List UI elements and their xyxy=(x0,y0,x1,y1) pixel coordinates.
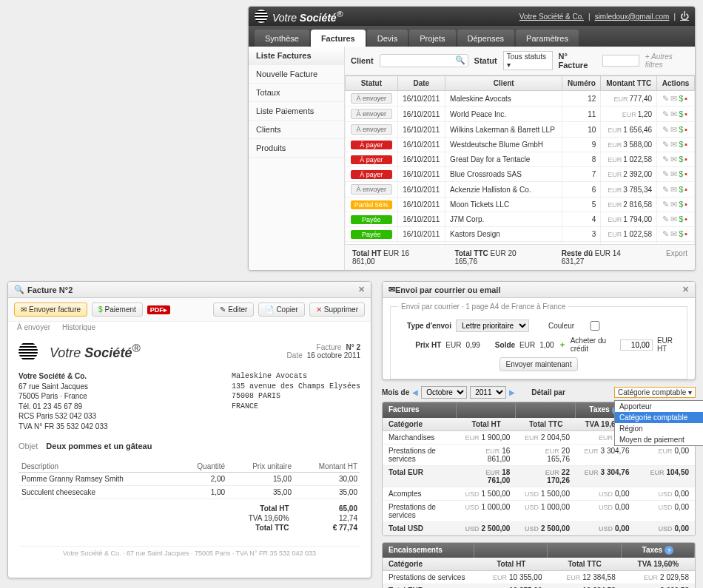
pay-icon[interactable]: $ xyxy=(679,169,683,178)
edit-icon[interactable]: ✎ xyxy=(662,169,669,178)
dropdown-option[interactable]: Catégorie comptable xyxy=(615,412,703,423)
dropdown-option[interactable]: Moyen de paiement xyxy=(615,434,703,445)
delete-icon[interactable]: ▪ xyxy=(684,125,687,134)
subtab-history[interactable]: Historique xyxy=(62,323,95,331)
pay-icon[interactable]: $ xyxy=(679,140,683,149)
mail-icon[interactable]: ✉ xyxy=(670,109,677,118)
year-select[interactable]: 2011 xyxy=(470,386,506,399)
pay-icon[interactable]: $ xyxy=(679,185,683,194)
search-icon[interactable]: 🔍 xyxy=(455,55,465,65)
table-row[interactable]: Partiel 56%16/10/2011Moon Tickets LLC5EU… xyxy=(346,197,695,212)
delete-icon[interactable]: ▪ xyxy=(684,94,687,103)
edit-icon[interactable]: ✎ xyxy=(662,200,669,209)
extra-filters-link[interactable]: + Autres filtres xyxy=(645,53,689,69)
pay-icon[interactable]: $ xyxy=(679,200,683,209)
pay-icon[interactable]: $ xyxy=(679,109,683,118)
mail-icon[interactable]: ✉ xyxy=(670,185,677,194)
mail-icon[interactable]: ✉ xyxy=(670,229,677,238)
edit-icon[interactable]: ✎ xyxy=(662,185,669,194)
info-icon[interactable]: ? xyxy=(665,546,673,555)
table-row[interactable]: À envoyer16/10/2011Maleskine Avocats12EU… xyxy=(346,91,695,107)
prev-month-icon[interactable]: ◀ xyxy=(412,388,418,396)
pay-icon[interactable]: $ xyxy=(679,214,683,223)
table-row[interactable]: À payer16/10/2011Westdeutsche Blume GmbH… xyxy=(346,138,695,152)
statut-select[interactable]: Tous statuts ▾ xyxy=(503,51,553,70)
buy-credit-input[interactable] xyxy=(620,339,653,351)
detail-dropdown-list[interactable]: ApporteurCatégorie comptableRégionMoyen … xyxy=(614,400,703,446)
edit-button[interactable]: ✎ Editer xyxy=(213,303,254,317)
pay-icon[interactable]: $ xyxy=(679,125,683,134)
subtab-send[interactable]: À envoyer xyxy=(17,323,50,331)
tab-dépenses[interactable]: Dépenses xyxy=(457,30,515,47)
mail-icon[interactable]: ✉ xyxy=(670,140,677,149)
month-select[interactable]: Octobre xyxy=(421,386,467,399)
close-icon[interactable]: ✕ xyxy=(682,285,689,294)
send-now-button[interactable]: Envoyer maintenant xyxy=(500,357,579,371)
delete-icon[interactable]: ▪ xyxy=(684,169,687,178)
sidebar-item[interactable]: Liste Factures xyxy=(249,47,344,65)
column-header[interactable]: Date xyxy=(397,76,445,91)
export-link[interactable]: Export xyxy=(666,249,687,266)
edit-icon[interactable]: ✎ xyxy=(662,140,669,149)
user-email[interactable]: simledoux@gmail.com xyxy=(595,13,670,21)
edit-icon[interactable]: ✎ xyxy=(662,155,669,163)
dropdown-option[interactable]: Région xyxy=(615,423,703,434)
mail-icon[interactable]: ✉ xyxy=(670,94,677,103)
mail-icon[interactable]: ✉ xyxy=(670,214,677,223)
tab-devis[interactable]: Devis xyxy=(367,30,408,47)
delete-icon[interactable]: ▪ xyxy=(684,109,687,118)
column-header[interactable]: Client xyxy=(445,76,562,91)
mail-type-select[interactable]: Lettre prioritaire xyxy=(456,320,529,332)
delete-icon[interactable]: ▪ xyxy=(684,200,687,209)
tab-paramètres[interactable]: Paramètres xyxy=(516,30,579,47)
mail-icon[interactable]: ✉ xyxy=(670,200,677,209)
sidebar-item[interactable]: Clients xyxy=(249,121,344,139)
table-row[interactable]: Payée16/10/2011J7M Corp.4EUR1 794,00✎✉$▪ xyxy=(346,212,695,227)
power-icon[interactable]: ⏻ xyxy=(680,11,689,21)
edit-icon[interactable]: ✎ xyxy=(662,229,669,238)
column-header[interactable]: Numéro xyxy=(562,76,601,91)
mail-icon[interactable]: ✉ xyxy=(670,169,677,178)
mail-icon[interactable]: ✉ xyxy=(670,155,677,163)
edit-icon[interactable]: ✎ xyxy=(662,125,669,134)
payment-button[interactable]: $ Paiement xyxy=(92,303,143,317)
delete-icon[interactable]: ▪ xyxy=(684,214,687,223)
close-icon[interactable]: ✕ xyxy=(358,285,365,294)
table-row[interactable]: À payer16/10/2011Blue Crossroads SAS7EUR… xyxy=(346,167,695,182)
delete-button[interactable]: ✕ Supprimer xyxy=(309,303,365,317)
table-row[interactable]: Payée16/10/2011Kastors Design3EUR1 022,5… xyxy=(346,227,695,242)
table-row[interactable]: À envoyer16/10/2011Ackenzie Halliston & … xyxy=(346,182,695,197)
edit-icon[interactable]: ✎ xyxy=(662,109,669,118)
delete-icon[interactable]: ▪ xyxy=(684,155,687,163)
buy-credit-link[interactable]: Acheter du crédit xyxy=(571,337,616,353)
next-month-icon[interactable]: ▶ xyxy=(509,388,515,396)
sidebar-item[interactable]: Nouvelle Facture xyxy=(249,65,344,84)
table-row[interactable]: À envoyer16/10/2011World Peace Inc.11EUR… xyxy=(346,107,695,122)
tab-projets[interactable]: Projets xyxy=(409,30,455,47)
column-header[interactable]: Actions xyxy=(657,76,695,91)
tab-synthèse[interactable]: Synthèse xyxy=(255,30,309,47)
sidebar-item[interactable]: Liste Paiements xyxy=(249,102,344,121)
pdf-button[interactable]: PDF▸ xyxy=(147,305,170,314)
sidebar-item[interactable]: Produits xyxy=(249,139,344,158)
column-header[interactable]: Statut xyxy=(346,76,398,91)
table-row[interactable]: À envoyer16/10/2011Wilkins Lakerman & Ba… xyxy=(346,122,695,138)
table-row[interactable]: À payer16/10/2011Great Day for a Tentacl… xyxy=(346,152,695,167)
column-header[interactable]: Montant TTC xyxy=(601,76,657,91)
edit-icon[interactable]: ✎ xyxy=(662,214,669,223)
dropdown-option[interactable]: Apporteur xyxy=(615,401,703,412)
send-invoice-button[interactable]: ✉ Envoyer facture xyxy=(14,303,87,317)
num-facture-input[interactable] xyxy=(602,55,639,67)
delete-icon[interactable]: ▪ xyxy=(684,140,687,149)
sidebar-item[interactable]: Totaux xyxy=(249,84,344,102)
copy-button[interactable]: 📄 Copier xyxy=(258,303,304,317)
delete-icon[interactable]: ▪ xyxy=(684,185,687,194)
mail-icon[interactable]: ✉ xyxy=(670,125,677,134)
tab-factures[interactable]: Factures xyxy=(311,30,366,47)
edit-icon[interactable]: ✎ xyxy=(662,94,669,103)
color-checkbox[interactable] xyxy=(579,321,611,331)
pay-icon[interactable]: $ xyxy=(679,155,683,163)
detail-dropdown[interactable]: Catégorie comptable ▾ ApporteurCatégorie… xyxy=(614,388,696,396)
delete-icon[interactable]: ▪ xyxy=(684,229,687,238)
pay-icon[interactable]: $ xyxy=(679,229,683,238)
